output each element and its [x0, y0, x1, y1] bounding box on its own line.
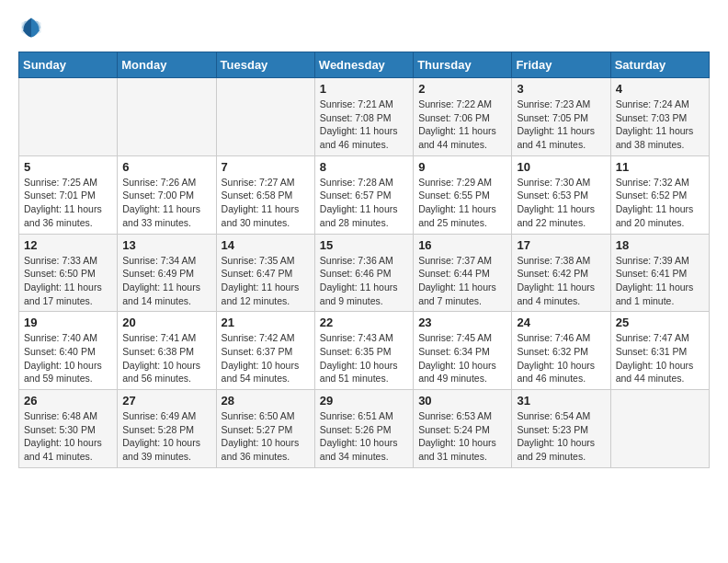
day-cell: 2Sunrise: 7:22 AM Sunset: 7:06 PM Daylig…: [414, 78, 512, 156]
day-info: Sunrise: 7:27 AM Sunset: 6:58 PM Dayligh…: [222, 176, 310, 230]
day-cell: 31Sunrise: 6:54 AM Sunset: 5:23 PM Dayli…: [512, 390, 610, 468]
day-info: Sunrise: 7:35 AM Sunset: 6:47 PM Dayligh…: [222, 254, 310, 308]
day-number: 28: [222, 394, 310, 408]
day-number: 25: [616, 316, 704, 329]
day-number: 7: [222, 160, 310, 174]
day-info: Sunrise: 7:22 AM Sunset: 7:06 PM Dayligh…: [418, 98, 506, 152]
day-number: 20: [122, 316, 210, 329]
day-info: Sunrise: 7:37 AM Sunset: 6:44 PM Dayligh…: [418, 254, 506, 308]
day-info: Sunrise: 7:23 AM Sunset: 7:05 PM Dayligh…: [517, 98, 605, 152]
day-number: 5: [24, 160, 112, 174]
weekday-header-sunday: Sunday: [19, 52, 118, 78]
calendar: SundayMondayTuesdayWednesdayThursdayFrid…: [18, 52, 710, 468]
day-cell: 1Sunrise: 7:21 AM Sunset: 7:08 PM Daylig…: [314, 78, 413, 156]
week-row-3: 12Sunrise: 7:33 AM Sunset: 6:50 PM Dayli…: [19, 234, 710, 312]
day-cell: 12Sunrise: 7:33 AM Sunset: 6:50 PM Dayli…: [19, 234, 118, 312]
day-number: 18: [616, 238, 704, 252]
page: SundayMondayTuesdayWednesdayThursdayFrid…: [0, 0, 728, 487]
day-cell: 27Sunrise: 6:49 AM Sunset: 5:28 PM Dayli…: [118, 390, 216, 468]
day-info: Sunrise: 7:30 AM Sunset: 6:53 PM Dayligh…: [517, 176, 605, 230]
day-info: Sunrise: 7:34 AM Sunset: 6:49 PM Dayligh…: [122, 254, 210, 308]
day-number: 29: [320, 394, 408, 408]
day-number: 31: [517, 394, 605, 408]
day-cell: 26Sunrise: 6:48 AM Sunset: 5:30 PM Dayli…: [19, 390, 118, 468]
day-info: Sunrise: 7:36 AM Sunset: 6:46 PM Dayligh…: [320, 254, 408, 308]
day-cell: 22Sunrise: 7:43 AM Sunset: 6:35 PM Dayli…: [314, 312, 413, 390]
day-cell: 17Sunrise: 7:38 AM Sunset: 6:42 PM Dayli…: [512, 234, 610, 312]
day-info: Sunrise: 6:54 AM Sunset: 5:23 PM Dayligh…: [517, 409, 605, 464]
day-number: 13: [122, 238, 210, 252]
day-cell: 18Sunrise: 7:39 AM Sunset: 6:41 PM Dayli…: [610, 234, 709, 312]
day-info: Sunrise: 7:33 AM Sunset: 6:50 PM Dayligh…: [24, 254, 112, 308]
day-number: 6: [122, 160, 210, 174]
day-number: 4: [616, 82, 704, 96]
day-cell: 9Sunrise: 7:29 AM Sunset: 6:55 PM Daylig…: [414, 155, 512, 234]
day-cell: 5Sunrise: 7:25 AM Sunset: 7:01 PM Daylig…: [19, 155, 118, 234]
day-cell: 24Sunrise: 7:46 AM Sunset: 6:32 PM Dayli…: [512, 312, 610, 390]
day-cell: 29Sunrise: 6:51 AM Sunset: 5:26 PM Dayli…: [314, 390, 413, 468]
day-info: Sunrise: 7:41 AM Sunset: 6:38 PM Dayligh…: [122, 331, 210, 385]
day-cell: 11Sunrise: 7:32 AM Sunset: 6:52 PM Dayli…: [610, 155, 709, 234]
day-cell: 7Sunrise: 7:27 AM Sunset: 6:58 PM Daylig…: [216, 155, 314, 234]
day-info: Sunrise: 7:29 AM Sunset: 6:55 PM Dayligh…: [418, 176, 506, 230]
day-cell: 15Sunrise: 7:36 AM Sunset: 6:46 PM Dayli…: [314, 234, 413, 312]
week-row-2: 5Sunrise: 7:25 AM Sunset: 7:01 PM Daylig…: [19, 155, 710, 234]
logo-icon: [18, 15, 44, 40]
day-info: Sunrise: 7:40 AM Sunset: 6:40 PM Dayligh…: [24, 331, 112, 385]
day-cell: [610, 390, 709, 468]
day-number: 19: [24, 316, 112, 329]
header: [18, 15, 710, 40]
day-number: 15: [320, 238, 408, 252]
day-cell: 28Sunrise: 6:50 AM Sunset: 5:27 PM Dayli…: [216, 390, 314, 468]
day-info: Sunrise: 7:24 AM Sunset: 7:03 PM Dayligh…: [616, 98, 704, 152]
day-cell: 10Sunrise: 7:30 AM Sunset: 6:53 PM Dayli…: [512, 155, 610, 234]
weekday-header-row: SundayMondayTuesdayWednesdayThursdayFrid…: [19, 52, 710, 78]
day-number: 21: [222, 316, 310, 329]
day-number: 14: [222, 238, 310, 252]
day-cell: 21Sunrise: 7:42 AM Sunset: 6:37 PM Dayli…: [216, 312, 314, 390]
day-cell: 6Sunrise: 7:26 AM Sunset: 7:00 PM Daylig…: [118, 155, 216, 234]
day-info: Sunrise: 7:39 AM Sunset: 6:41 PM Dayligh…: [616, 254, 704, 308]
day-number: 24: [517, 316, 605, 329]
day-cell: 3Sunrise: 7:23 AM Sunset: 7:05 PM Daylig…: [512, 78, 610, 156]
day-cell: 20Sunrise: 7:41 AM Sunset: 6:38 PM Dayli…: [118, 312, 216, 390]
day-cell: 23Sunrise: 7:45 AM Sunset: 6:34 PM Dayli…: [414, 312, 512, 390]
day-info: Sunrise: 6:50 AM Sunset: 5:27 PM Dayligh…: [222, 409, 310, 464]
day-number: 22: [320, 316, 408, 329]
logo: [18, 15, 48, 40]
day-number: 30: [418, 394, 506, 408]
day-info: Sunrise: 6:49 AM Sunset: 5:28 PM Dayligh…: [122, 409, 210, 464]
day-number: 3: [517, 82, 605, 96]
day-info: Sunrise: 7:42 AM Sunset: 6:37 PM Dayligh…: [222, 331, 310, 385]
weekday-header-friday: Friday: [512, 52, 610, 78]
day-info: Sunrise: 6:48 AM Sunset: 5:30 PM Dayligh…: [24, 409, 112, 464]
day-cell: [216, 78, 314, 156]
day-info: Sunrise: 6:53 AM Sunset: 5:24 PM Dayligh…: [418, 409, 506, 464]
day-number: 17: [517, 238, 605, 252]
day-info: Sunrise: 7:25 AM Sunset: 7:01 PM Dayligh…: [24, 176, 112, 230]
day-number: 27: [122, 394, 210, 408]
day-number: 26: [24, 394, 112, 408]
weekday-header-thursday: Thursday: [414, 52, 512, 78]
day-cell: 14Sunrise: 7:35 AM Sunset: 6:47 PM Dayli…: [216, 234, 314, 312]
day-info: Sunrise: 7:47 AM Sunset: 6:31 PM Dayligh…: [616, 331, 704, 385]
day-cell: [19, 78, 118, 156]
day-info: Sunrise: 7:46 AM Sunset: 6:32 PM Dayligh…: [517, 331, 605, 385]
weekday-header-wednesday: Wednesday: [314, 52, 413, 78]
day-cell: 30Sunrise: 6:53 AM Sunset: 5:24 PM Dayli…: [414, 390, 512, 468]
day-info: Sunrise: 7:38 AM Sunset: 6:42 PM Dayligh…: [517, 254, 605, 308]
day-cell: 8Sunrise: 7:28 AM Sunset: 6:57 PM Daylig…: [314, 155, 413, 234]
weekday-header-tuesday: Tuesday: [216, 52, 314, 78]
day-number: 10: [517, 160, 605, 174]
day-number: 2: [418, 82, 506, 96]
week-row-1: 1Sunrise: 7:21 AM Sunset: 7:08 PM Daylig…: [19, 78, 710, 156]
day-number: 12: [24, 238, 112, 252]
day-info: Sunrise: 7:32 AM Sunset: 6:52 PM Dayligh…: [616, 176, 704, 230]
day-number: 23: [418, 316, 506, 329]
day-cell: 16Sunrise: 7:37 AM Sunset: 6:44 PM Dayli…: [414, 234, 512, 312]
day-number: 16: [418, 238, 506, 252]
day-info: Sunrise: 7:43 AM Sunset: 6:35 PM Dayligh…: [320, 331, 408, 385]
day-cell: 13Sunrise: 7:34 AM Sunset: 6:49 PM Dayli…: [118, 234, 216, 312]
day-info: Sunrise: 6:51 AM Sunset: 5:26 PM Dayligh…: [320, 409, 408, 464]
weekday-header-monday: Monday: [118, 52, 216, 78]
